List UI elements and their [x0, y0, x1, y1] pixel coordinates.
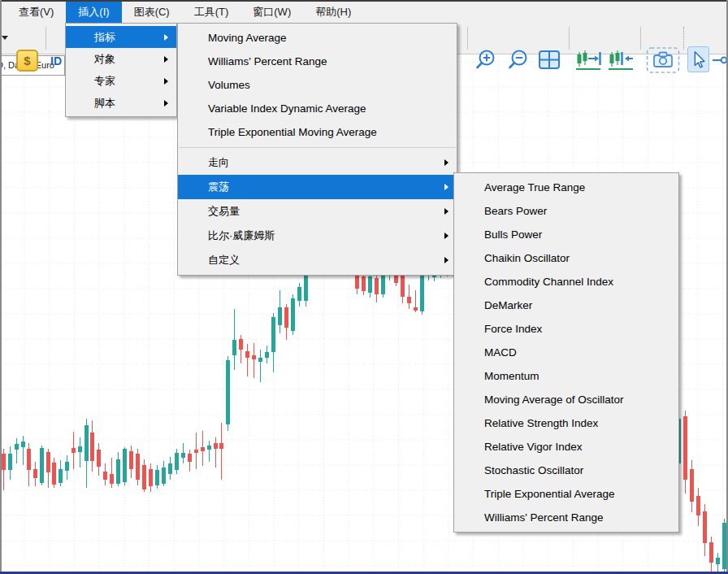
zoom-out-button[interactable]: [505, 46, 531, 74]
menu-item-label: 指标: [94, 30, 115, 45]
candle-down: [142, 465, 146, 489]
cursor-tool-button[interactable]: [687, 46, 709, 72]
menu-item-label: Relative Vigor Index: [484, 441, 583, 453]
candle-up: [84, 425, 89, 461]
menu-item-label: 交易量: [208, 204, 240, 219]
oscillator-item-0[interactable]: Average True Range: [454, 176, 678, 199]
indicator-item-3[interactable]: Variable Index Dynamic Average: [178, 97, 457, 120]
oscillator-item-9[interactable]: Moving Average of Oscillator: [454, 388, 678, 411]
candle-down: [90, 433, 94, 461]
candle-up: [265, 352, 269, 358]
indicator-item-4[interactable]: Triple Exponential Moving Average: [178, 120, 457, 144]
tile-windows-button[interactable]: [536, 46, 562, 74]
candle-down: [696, 496, 700, 515]
chart-shift-button[interactable]: [606, 46, 635, 74]
screenshot-button[interactable]: [645, 46, 681, 74]
oscillator-item-4[interactable]: Commodity Channel Index: [454, 270, 678, 294]
oscillator-item-5[interactable]: DeMarker: [454, 294, 678, 317]
candle-up: [297, 287, 301, 301]
menu-item-label: MACD: [484, 346, 517, 359]
indicator-group-item-4[interactable]: 自定义: [178, 248, 457, 272]
menubar-item-0[interactable]: 查看(V): [6, 2, 66, 23]
oscillator-item-2[interactable]: Bulls Power: [454, 223, 678, 246]
oscillator-item-14[interactable]: Williams' Percent Range: [454, 506, 678, 529]
toolbar-separator: [467, 27, 468, 50]
application-window: 查看(V)插入(I)图表(C)工具(T)窗口(W)帮助(H) $ ID: [0, 0, 728, 574]
menu-item-label: Stochastic Oscillator: [484, 464, 583, 476]
menu-item-label: Variable Index Dynamic Average: [208, 102, 366, 115]
oscillator-item-10[interactable]: Relative Strength Index: [454, 411, 678, 435]
menu-item-label: Bulls Power: [484, 228, 542, 241]
oscillator-item-12[interactable]: Stochastic Oscillator: [454, 459, 678, 482]
partial-toolbar-label[interactable]: ID: [50, 54, 62, 67]
candle-down: [188, 454, 192, 462]
indicator-item-0[interactable]: Moving Average: [178, 26, 457, 50]
candle-down: [52, 463, 56, 485]
oscillator-item-8[interactable]: Momentum: [454, 364, 678, 388]
candle-down: [362, 276, 366, 291]
zoom-in-button[interactable]: [473, 46, 499, 74]
candle-up: [271, 317, 275, 352]
oscillator-item-1[interactable]: Bears Power: [454, 199, 678, 223]
oscillator-item-6[interactable]: Force Index: [454, 317, 678, 341]
menubar-item-1[interactable]: 插入(I): [66, 2, 121, 23]
menu-item-label: 比尔·威廉姆斯: [208, 228, 275, 243]
auto-scroll-button[interactable]: [574, 46, 603, 74]
insert-menu-item-3[interactable]: 脚本: [66, 92, 176, 114]
candle-down: [33, 469, 37, 478]
indicator-group-item-1[interactable]: 震荡: [178, 175, 457, 199]
candle-up: [123, 449, 127, 482]
candle-up: [232, 340, 236, 355]
cursor-arrow-icon: [688, 47, 708, 72]
indicator-item-1[interactable]: Williams' Percent Range: [178, 50, 457, 73]
candle-down: [27, 449, 31, 470]
candle-down: [194, 450, 198, 453]
menu-item-label: Williams' Percent Range: [484, 511, 604, 524]
menu-item-label: Moving Average: [208, 32, 287, 44]
toolbar-overflow-button[interactable]: [2, 36, 8, 40]
candle-down: [219, 443, 223, 449]
candle-down: [110, 474, 114, 484]
menubar-item-2[interactable]: 图表(C): [122, 2, 182, 23]
candle-up: [15, 444, 19, 450]
candle-down: [136, 454, 140, 480]
candle-up: [291, 298, 295, 331]
insert-dropdown-menu: 指标对象专家脚本: [65, 23, 177, 117]
submenu-arrow-icon: [164, 56, 168, 63]
submenu-arrow-icon: [444, 208, 448, 215]
menu-item-label: DeMarker: [484, 299, 532, 311]
candle-up: [226, 360, 230, 424]
menu-item-label: Momentum: [484, 370, 540, 382]
auto-scroll-icon: [574, 46, 603, 75]
insert-menu-item-2[interactable]: 专家: [66, 70, 176, 92]
submenu-arrow-icon: [444, 257, 448, 263]
menubar-item-5[interactable]: 帮助(H): [303, 2, 363, 23]
candle-up: [40, 448, 44, 483]
menu-item-label: 自定义: [208, 253, 240, 267]
indicator-group-item-0[interactable]: 走向: [178, 150, 457, 175]
candle-up: [116, 459, 120, 484]
window-border-left: [0, 0, 2, 574]
insert-menu-item-0[interactable]: 指标: [66, 26, 176, 48]
oscillator-item-13[interactable]: Triple Exponential Average: [454, 482, 678, 506]
menubar-item-4[interactable]: 窗口(W): [240, 2, 303, 23]
menu-item-label: Commodity Channel Index: [484, 276, 613, 288]
indicator-group-item-2[interactable]: 交易量: [178, 199, 457, 224]
oscillator-item-11[interactable]: Relative Vigor Index: [454, 435, 678, 459]
caret-down-icon: [2, 36, 8, 40]
oscillators-submenu: Average True RangeBears PowerBulls Power…: [453, 172, 679, 533]
menu-item-label: 震荡: [208, 180, 229, 194]
candle-up: [258, 358, 262, 362]
indicator-group-item-3[interactable]: 比尔·威廉姆斯: [178, 224, 457, 248]
indicator-item-2[interactable]: Volumes: [178, 73, 457, 97]
new-order-button[interactable]: $: [16, 50, 38, 72]
oscillator-item-3[interactable]: Chaikin Oscillator: [454, 246, 678, 270]
candle-up: [420, 274, 424, 311]
candle-down: [703, 511, 707, 543]
menu-item-label: Chaikin Oscillator: [484, 252, 570, 264]
insert-menu-item-1[interactable]: 对象: [66, 48, 176, 70]
candle-up: [65, 462, 69, 471]
candle-up: [162, 467, 166, 484]
menubar-item-3[interactable]: 工具(T): [182, 2, 241, 23]
oscillator-item-7[interactable]: MACD: [454, 341, 678, 364]
